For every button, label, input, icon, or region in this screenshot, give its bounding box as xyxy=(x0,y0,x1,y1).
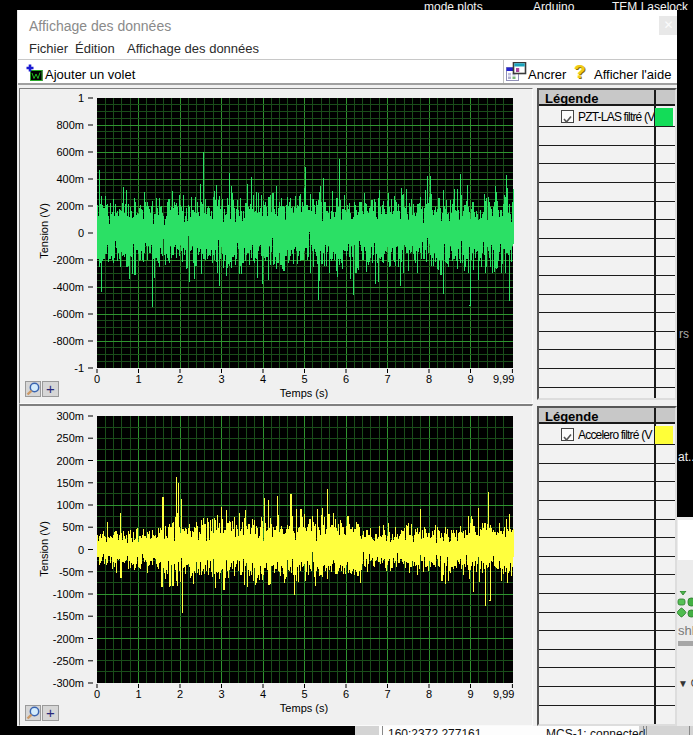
svg-text:1: 1 xyxy=(135,373,141,385)
svg-text:Temps (s): Temps (s) xyxy=(280,387,328,399)
svg-text:0: 0 xyxy=(78,227,84,239)
svg-text:200m: 200m xyxy=(56,200,84,212)
svg-text:-800m: -800m xyxy=(53,335,84,347)
svg-text:4: 4 xyxy=(260,373,266,385)
svg-text:-200m: -200m xyxy=(53,254,84,266)
svg-text:0: 0 xyxy=(94,373,100,385)
svg-text:800m: 800m xyxy=(56,119,84,131)
svg-text:Tension (V): Tension (V) xyxy=(38,203,50,259)
svg-text:2: 2 xyxy=(177,373,183,385)
svg-text:9: 9 xyxy=(467,373,473,385)
svg-text:3: 3 xyxy=(218,373,224,385)
svg-text:9,99: 9,99 xyxy=(493,373,514,385)
svg-text:-1: -1 xyxy=(74,362,84,374)
svg-text:8: 8 xyxy=(426,373,432,385)
svg-text:1: 1 xyxy=(78,92,84,104)
svg-text:-600m: -600m xyxy=(53,308,84,320)
svg-text:6: 6 xyxy=(343,373,349,385)
svg-text:400m: 400m xyxy=(56,173,84,185)
svg-text:-400m: -400m xyxy=(53,281,84,293)
svg-text:600m: 600m xyxy=(56,146,84,158)
svg-text:5: 5 xyxy=(301,373,307,385)
svg-text:7: 7 xyxy=(384,373,390,385)
